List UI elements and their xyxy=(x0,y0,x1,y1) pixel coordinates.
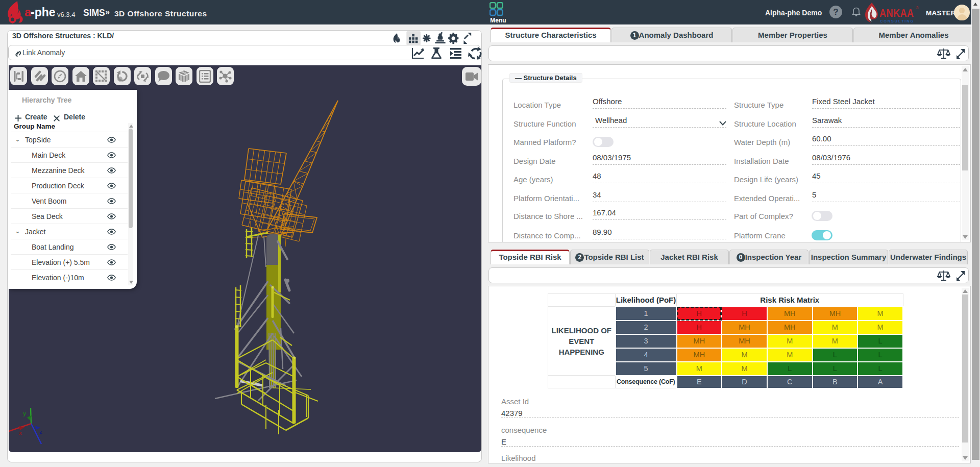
svg-text:x: x xyxy=(19,430,22,436)
svg-text:z: z xyxy=(39,429,42,435)
svg-text:y: y xyxy=(23,410,27,416)
